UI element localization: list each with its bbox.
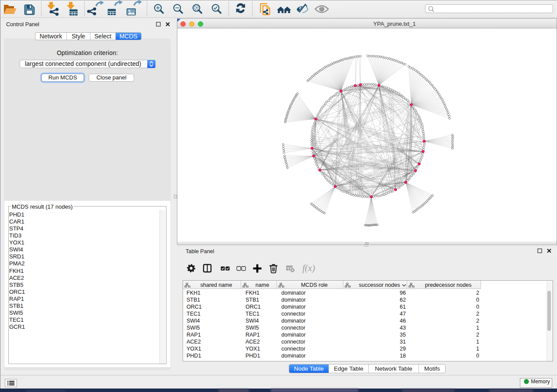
svg-text:f(x): f(x) — [302, 263, 315, 273]
